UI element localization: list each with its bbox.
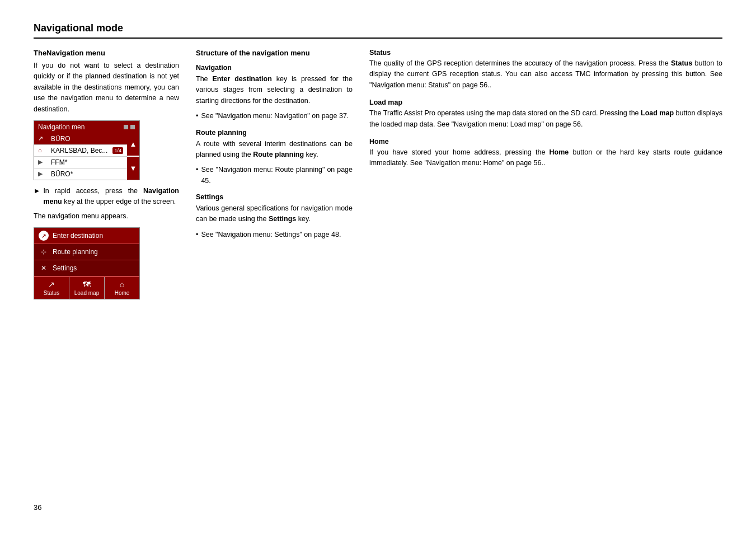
right-loadmap-heading: Load map xyxy=(369,99,722,106)
nav-appears-text: The navigation menu appears. xyxy=(34,211,179,222)
right-loadmap-body: The Traffic Assist Pro operates using th… xyxy=(369,108,722,130)
mid-nav-heading: Navigation xyxy=(196,64,353,72)
nav-row-settings: ✕ Settings xyxy=(34,260,139,277)
mid-settings-bullet: • See "Navigation menu: Settings" on pag… xyxy=(196,229,353,240)
right-home-heading: Home xyxy=(369,138,722,146)
status-label: Status xyxy=(44,290,59,296)
arrow-icon: ↗ xyxy=(38,135,48,143)
left-section-heading: TheNavigation menu xyxy=(34,49,179,57)
mid-nav-bullet-text: See "Navigation menu: Navigation" on pag… xyxy=(201,111,349,121)
load-map-label: Load map xyxy=(74,290,99,296)
right-status-subsection: Status The quality of the GPS reception … xyxy=(369,49,722,91)
page-number: 36 xyxy=(34,503,41,512)
chevron-right-icon: ▶ xyxy=(38,158,48,166)
mid-section-heading: Structure of the navigation menu xyxy=(196,49,353,57)
nav-menu-row-ffm: ▶ FFM* xyxy=(34,157,127,168)
load-map-button[interactable]: 🗺 Load map xyxy=(69,277,105,299)
home-button[interactable]: ⌂ Home xyxy=(105,277,139,299)
nav-menu-side: ↗ BÜRO ⌂ KARLSBAD, Bec... 1/4 ▶ FFM* xyxy=(34,133,139,180)
row-text-buro2: BÜRO* xyxy=(51,170,123,178)
row-text-buro1: BÜRO xyxy=(51,135,123,143)
mid-route-heading: Route planning xyxy=(196,129,353,137)
mid-settings-heading: Settings xyxy=(196,193,353,201)
bullet-dot-1: • xyxy=(196,111,198,121)
nav-menu-ui-1: Navigation men ↗ BÜRO xyxy=(34,120,140,180)
row-badge: 1/4 xyxy=(112,147,123,154)
mid-settings-subsection: Settings Various general specifications … xyxy=(196,193,353,240)
mid-column: Structure of the navigation menu Navigat… xyxy=(196,49,353,243)
settings-label: Settings xyxy=(53,264,77,272)
load-map-icon: 🗺 xyxy=(83,280,91,289)
mid-settings-bullet-text: See "Navigation menu: Settings" on page … xyxy=(201,229,341,240)
right-home-subsection: Home If you have stored your home addres… xyxy=(369,138,722,169)
home-icon-btn: ⌂ xyxy=(120,280,124,289)
nav-rows-wrap: ↗ BÜRO ⌂ KARLSBAD, Bec... 1/4 ▶ FFM* xyxy=(34,133,127,180)
scroll-up-button[interactable]: ▲ xyxy=(127,133,139,156)
mid-route-subsection: Route planning A route with several inte… xyxy=(196,129,353,187)
nav-row-route-planning: ⊹ Route planning xyxy=(34,244,139,260)
mid-nav-bullet: • See "Navigation menu: Navigation" on p… xyxy=(196,111,353,121)
nav-menu-ui-2: ↗ Enter destination ⊹ Route planning ✕ xyxy=(34,227,140,299)
enter-dest-label: Enter destination xyxy=(53,232,103,240)
mid-nav-body: The Enter destination key is pressed for… xyxy=(196,74,353,106)
mid-route-bullet-text: See "Navigation menu: Route planning" on… xyxy=(201,165,353,186)
nav-menu-row-buro1: ↗ BÜRO xyxy=(34,133,127,145)
mid-route-bullet: • See "Navigation menu: Route planning" … xyxy=(196,165,353,186)
right-status-heading: Status xyxy=(369,49,722,57)
right-column: Status The quality of the GPS reception … xyxy=(369,49,722,174)
rapid-access-text: In rapid access, press the Navigation me… xyxy=(43,186,179,208)
bullet-arrow-icon: ► xyxy=(34,186,40,208)
bullet-dot-2: • xyxy=(196,165,198,186)
right-status-body: The quality of the GPS reception determi… xyxy=(369,58,722,91)
mid-settings-body: Various general specifications for navig… xyxy=(196,203,353,225)
left-intro-text: If you do not want to select a destinati… xyxy=(34,60,179,115)
right-home-body: If you have stored your home address, pr… xyxy=(369,147,722,169)
chevron-right-icon-2: ▶ xyxy=(38,170,48,178)
rapid-access-note: ► In rapid access, press the Navigation … xyxy=(34,186,179,208)
page-title-section: Navigational mode xyxy=(34,22,722,39)
nav-row-enter-destination: ↗ Enter destination xyxy=(34,228,139,244)
nav-menu-header: Navigation men xyxy=(34,121,139,133)
home-icon: ⌂ xyxy=(38,147,48,154)
route-planning-label: Route planning xyxy=(53,248,98,256)
home-label: Home xyxy=(115,290,130,296)
route-planning-icon: ⊹ xyxy=(39,247,49,257)
nav-menu-header-text: Navigation men xyxy=(38,123,84,131)
nav-bottom-buttons: ↗ Status 🗺 Load map ⌂ Home xyxy=(34,277,139,299)
enter-dest-icon: ↗ xyxy=(39,231,49,241)
nav-menu-row-buro2: ▶ BÜRO* xyxy=(34,168,127,180)
bullet-dot-3: • xyxy=(196,229,198,240)
page-title: Navigational mode xyxy=(34,22,123,34)
row-text-ffm: FFM* xyxy=(51,158,123,166)
mid-route-body: A route with several interim destination… xyxy=(196,139,353,161)
mid-nav-subsection: Navigation The Enter destination key is … xyxy=(196,64,353,122)
nav-menu-up-down[interactable]: ▲ ▼ xyxy=(127,133,139,180)
row-text-karlsbad: KARLSBAD, Bec... xyxy=(51,147,112,154)
status-icon: ↗ xyxy=(48,280,55,289)
right-loadmap-subsection: Load map The Traffic Assist Pro operates… xyxy=(369,99,722,130)
status-button[interactable]: ↗ Status xyxy=(34,277,69,299)
left-column: TheNavigation menu If you do not want to… xyxy=(34,49,179,305)
columns-container: TheNavigation menu If you do not want to… xyxy=(34,49,722,305)
settings-icon: ✕ xyxy=(39,263,49,273)
scroll-down-button[interactable]: ▼ xyxy=(127,157,139,180)
nav-menu-row-karlsbad: ⌂ KARLSBAD, Bec... 1/4 xyxy=(34,145,127,157)
